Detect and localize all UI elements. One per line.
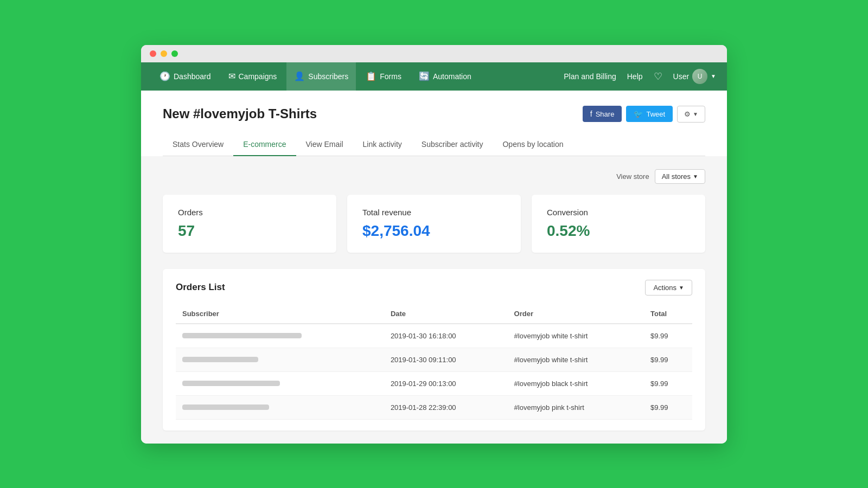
date-cell: 2019-01-30 16:18:00 xyxy=(384,324,508,348)
tabs: Stats Overview E-commerce View Email Lin… xyxy=(163,133,705,156)
stat-card-conversion: Conversion 0.52% xyxy=(532,195,705,253)
revenue-label: Total revenue xyxy=(362,208,506,217)
conversion-value: 0.52% xyxy=(547,222,690,240)
orders-label: Orders xyxy=(178,208,321,217)
total-cell: $9.99 xyxy=(644,395,692,419)
stat-card-orders: Orders 57 xyxy=(163,195,336,253)
chevron-down-icon: ▼ xyxy=(693,174,698,179)
plan-billing-link[interactable]: Plan and Billing xyxy=(564,72,616,81)
col-header-total: Total xyxy=(644,304,692,324)
automation-icon: 🔄 xyxy=(419,71,430,81)
nav-item-dashboard[interactable]: 🕐 Dashboard xyxy=(152,62,219,91)
facebook-icon: f xyxy=(590,110,592,118)
subscriber-cell xyxy=(176,348,384,371)
stat-card-revenue: Total revenue $2,756.04 xyxy=(347,195,521,253)
user-menu[interactable]: User U ▼ xyxy=(673,69,716,84)
orders-table: Subscriber Date Order Total 2019-01-30 1… xyxy=(176,304,692,420)
browser-window: 🕐 Dashboard ✉ Campaigns 👤 Subscribers 📋 … xyxy=(141,45,727,444)
settings-dropdown-arrow: ▼ xyxy=(693,111,698,117)
nav-item-forms[interactable]: 📋 Forms xyxy=(358,62,409,91)
nav-bar: 🕐 Dashboard ✉ Campaigns 👤 Subscribers 📋 … xyxy=(141,62,727,91)
traffic-light-green[interactable] xyxy=(171,50,178,57)
table-row[interactable]: 2019-01-30 16:18:00#lovemyjob white t-sh… xyxy=(176,324,692,348)
settings-button[interactable]: ⚙ ▼ xyxy=(677,106,705,123)
total-cell: $9.99 xyxy=(644,324,692,348)
campaigns-icon: ✉ xyxy=(228,71,235,81)
col-header-subscriber: Subscriber xyxy=(176,304,384,324)
twitter-icon: 🐦 xyxy=(634,110,643,118)
traffic-light-red[interactable] xyxy=(150,50,156,57)
nav-label-dashboard: Dashboard xyxy=(174,72,211,81)
subscriber-cell xyxy=(176,324,384,348)
subscribers-icon: 👤 xyxy=(294,71,305,81)
tab-view-email[interactable]: View Email xyxy=(296,133,353,156)
stat-cards: Orders 57 Total revenue $2,756.04 Conver… xyxy=(163,195,705,253)
tab-opens-by-location[interactable]: Opens by location xyxy=(493,133,573,156)
date-cell: 2019-01-29 00:13:00 xyxy=(384,371,508,395)
gear-icon: ⚙ xyxy=(684,110,691,118)
heart-icon[interactable]: ♡ xyxy=(654,70,662,82)
nav-right: Plan and Billing Help ♡ User U ▼ xyxy=(564,69,716,84)
table-header-row: Subscriber Date Order Total xyxy=(176,304,692,324)
table-row[interactable]: 2019-01-28 22:39:00#lovemyjob pink t-shi… xyxy=(176,395,692,419)
orders-list-title: Orders List xyxy=(176,282,225,293)
tab-stats-overview[interactable]: Stats Overview xyxy=(163,133,233,156)
total-cell: $9.99 xyxy=(644,348,692,371)
nav-label-subscribers: Subscribers xyxy=(308,72,348,81)
revenue-value: $2,756.04 xyxy=(362,222,506,240)
nav-left: 🕐 Dashboard ✉ Campaigns 👤 Subscribers 📋 … xyxy=(152,62,564,91)
chevron-down-icon: ▼ xyxy=(711,73,716,79)
tweet-button[interactable]: 🐦 Tweet xyxy=(626,106,673,122)
date-cell: 2019-01-28 22:39:00 xyxy=(384,395,508,419)
actions-dropdown-button[interactable]: Actions ▼ xyxy=(645,280,692,296)
table-row[interactable]: 2019-01-29 00:13:00#lovemyjob black t-sh… xyxy=(176,371,692,395)
table-row[interactable]: 2019-01-30 09:11:00#lovemyjob white t-sh… xyxy=(176,348,692,371)
store-bar: View store All stores ▼ xyxy=(163,169,705,184)
order-cell: #lovemyjob pink t-shirt xyxy=(508,395,644,419)
conversion-label: Conversion xyxy=(547,208,690,217)
all-stores-dropdown[interactable]: All stores ▼ xyxy=(655,169,705,184)
col-header-order: Order xyxy=(508,304,644,324)
col-header-date: Date xyxy=(384,304,508,324)
help-link[interactable]: Help xyxy=(627,72,643,81)
nav-label-automation: Automation xyxy=(433,72,471,81)
orders-value: 57 xyxy=(178,222,321,240)
main-content: New #lovemyjob T-Shirts f Share 🐦 Tweet … xyxy=(141,91,727,156)
chevron-down-icon: ▼ xyxy=(679,285,684,291)
total-cell: $9.99 xyxy=(644,371,692,395)
traffic-light-yellow[interactable] xyxy=(161,50,167,57)
tab-e-commerce[interactable]: E-commerce xyxy=(233,133,296,156)
subscriber-cell xyxy=(176,371,384,395)
page-title: New #lovemyjob T-Shirts xyxy=(163,106,317,121)
order-cell: #lovemyjob black t-shirt xyxy=(508,371,644,395)
avatar: U xyxy=(692,69,707,84)
orders-header: Orders List Actions ▼ xyxy=(176,280,692,296)
header-actions: f Share 🐦 Tweet ⚙ ▼ xyxy=(583,106,705,123)
order-cell: #lovemyjob white t-shirt xyxy=(508,348,644,371)
date-cell: 2019-01-30 09:11:00 xyxy=(384,348,508,371)
order-cell: #lovemyjob white t-shirt xyxy=(508,324,644,348)
tab-subscriber-activity[interactable]: Subscriber activity xyxy=(412,133,493,156)
subscriber-cell xyxy=(176,395,384,419)
view-store-label: View store xyxy=(616,172,649,181)
user-label: User xyxy=(673,72,690,81)
nav-label-forms: Forms xyxy=(380,72,401,81)
browser-chrome xyxy=(141,45,727,62)
nav-item-automation[interactable]: 🔄 Automation xyxy=(411,62,479,91)
share-button[interactable]: f Share xyxy=(583,106,622,122)
section-body: View store All stores ▼ Orders 57 Total … xyxy=(141,156,727,444)
nav-item-subscribers[interactable]: 👤 Subscribers xyxy=(286,62,356,91)
tab-link-activity[interactable]: Link activity xyxy=(353,133,412,156)
page-header: New #lovemyjob T-Shirts f Share 🐦 Tweet … xyxy=(163,106,705,123)
orders-section: Orders List Actions ▼ Subscriber Date Or… xyxy=(163,269,705,431)
nav-item-campaigns[interactable]: ✉ Campaigns xyxy=(221,62,285,91)
dashboard-icon: 🕐 xyxy=(159,71,170,81)
nav-label-campaigns: Campaigns xyxy=(239,72,277,81)
forms-icon: 📋 xyxy=(366,71,376,81)
